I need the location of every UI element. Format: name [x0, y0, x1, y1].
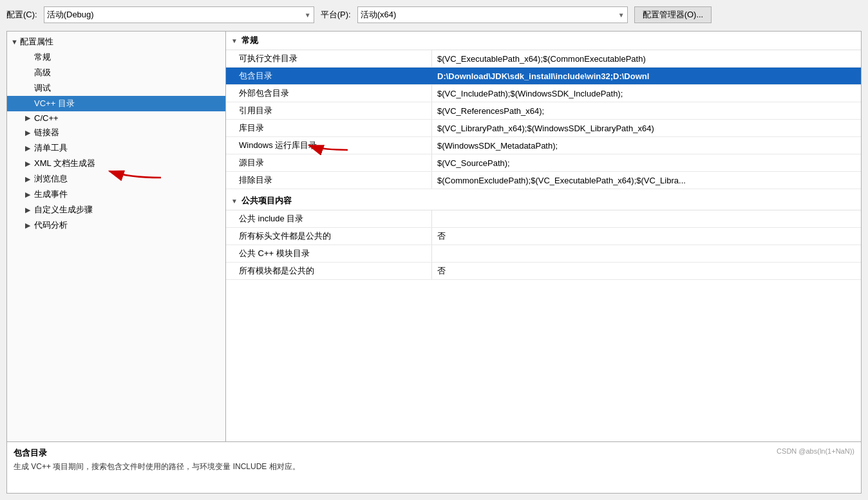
tree-item-cpp[interactable]: ▶ C/C++	[7, 111, 225, 125]
section-general-header[interactable]: ▼ 常规	[226, 32, 861, 50]
platform-label: 平台(P):	[321, 9, 351, 21]
prop-name-include-dirs: 包含目录	[226, 68, 432, 84]
tree-item-label: 清单工具	[34, 142, 68, 154]
prop-value-include-dirs: D:\Download\JDK\sdk_install\include\win3…	[432, 68, 861, 84]
tree-item-label: 生成事件	[34, 189, 68, 200]
prop-row-include-dirs[interactable]: 包含目录 D:\Download\JDK\sdk_install\include…	[226, 68, 861, 85]
platform-value: 活动(x64)	[361, 9, 397, 21]
section-public-header[interactable]: ▼ 公共项目内容	[226, 192, 861, 210]
tree-item-label: VC++ 目录	[34, 98, 75, 109]
platform-select[interactable]: 活动(x64) ▼	[357, 6, 628, 23]
config-label: 配置(C):	[6, 9, 37, 21]
prop-name-executable: 可执行文件目录	[226, 50, 432, 67]
prop-value-public-cpp-module	[432, 245, 861, 262]
prop-name-reference-dirs: 引用目录	[226, 102, 432, 119]
prop-row-external-include[interactable]: 外部包含目录 $(VC_IncludePath);$(WindowsSDK_In…	[226, 85, 861, 102]
tree-item-linker[interactable]: ▶ 链接器	[7, 125, 225, 140]
expand-icon: ▶	[25, 129, 34, 137]
prop-row-library-dirs[interactable]: 库目录 $(VC_LibraryPath_x64);$(WindowsSDK_L…	[226, 120, 861, 137]
section-general-title: 常规	[241, 35, 258, 46]
prop-value-public-include	[432, 210, 861, 227]
prop-name-external-include: 外部包含目录	[226, 85, 432, 102]
prop-name-source-dirs: 源目录	[226, 154, 432, 171]
prop-value-windows-runtime: $(WindowsSDK_MetadataPath);	[432, 137, 861, 154]
tree-item-xml[interactable]: ▶ XML 文档生成器	[7, 156, 225, 171]
watermark-text: CSDN @abs(ln(1+NaN))	[777, 447, 854, 455]
prop-row-reference-dirs[interactable]: 引用目录 $(VC_ReferencesPath_x64);	[226, 102, 861, 120]
toolbar: 配置(C): 活动(Debug) ▼ 平台(P): 活动(x64) ▼ 配置管理…	[6, 6, 862, 23]
tree-item-debug[interactable]: 调试	[7, 80, 225, 96]
prop-value-library-dirs: $(VC_LibraryPath_x64);$(WindowsSDK_Libra…	[432, 120, 861, 136]
expand-icon: ▶	[25, 144, 34, 153]
prop-name-all-modules-public: 所有模块都是公共的	[226, 263, 432, 279]
tree-item-browse[interactable]: ▶ 浏览信息	[7, 171, 225, 187]
tree-item-manifest[interactable]: ▶ 清单工具	[7, 140, 225, 156]
prop-value-external-include: $(VC_IncludePath);$(WindowsSDK_IncludePa…	[432, 85, 861, 102]
section-public-title: 公共项目内容	[241, 195, 292, 207]
tree-item-label: C/C++	[34, 113, 59, 123]
platform-chevron-icon: ▼	[618, 12, 625, 19]
section-public-collapse-icon: ▼	[231, 198, 238, 205]
tree-item-label: 调试	[34, 82, 51, 94]
tree-item-advanced[interactable]: 高级	[7, 65, 225, 80]
tree-root[interactable]: ▼ 配置属性	[7, 34, 225, 50]
expand-icon: ▶	[25, 206, 34, 214]
prop-value-all-headers-public: 否	[432, 228, 861, 245]
tree-item-label: 代码分析	[34, 219, 68, 231]
main-content: ▼ 配置属性 常规 高级 调试	[6, 31, 862, 442]
bottom-panel: CSDN @abs(ln(1+NaN)) 包含目录 生成 VC++ 项目期间，搜…	[6, 442, 862, 494]
tree-item-label: XML 文档生成器	[34, 158, 95, 169]
expand-icon: ▶	[25, 114, 34, 122]
tree-panel: ▼ 配置属性 常规 高级 调试	[7, 32, 226, 441]
prop-row-executable[interactable]: 可执行文件目录 $(VC_ExecutablePath_x64);$(Commo…	[226, 50, 861, 68]
tree-item-label: 链接器	[34, 127, 59, 138]
bottom-panel-description: 生成 VC++ 项目期间，搜索包含文件时使用的路径，与环境变量 INCLUDE …	[14, 461, 854, 472]
prop-value-reference-dirs: $(VC_ReferencesPath_x64);	[432, 102, 861, 119]
prop-name-exclude-dirs: 排除目录	[226, 172, 432, 189]
expand-icon: ▶	[25, 190, 34, 199]
config-chevron-icon: ▼	[305, 12, 311, 19]
config-select[interactable]: 活动(Debug) ▼	[44, 6, 314, 23]
tree-root-label: 配置属性	[20, 36, 53, 48]
tree-item-vc-dirs[interactable]: VC++ 目录	[7, 96, 225, 111]
collapse-icon: ▼	[11, 38, 20, 46]
props-panel: ▼ 常规 可执行文件目录 $(VC_ExecutablePath_x64);$(…	[226, 32, 861, 441]
expand-icon: ▶	[25, 160, 34, 168]
config-manager-button[interactable]: 配置管理器(O)...	[634, 6, 712, 23]
tree-item-build-events[interactable]: ▶ 生成事件	[7, 187, 225, 202]
prop-value-source-dirs: $(VC_SourcePath);	[432, 154, 861, 171]
prop-value-exclude-dirs: $(CommonExcludePath);$(VC_ExecutablePath…	[432, 172, 861, 189]
prop-name-windows-runtime: Windows 运行库目录	[226, 137, 432, 154]
tree-item-general[interactable]: 常规	[7, 50, 225, 65]
prop-row-exclude-dirs[interactable]: 排除目录 $(CommonExcludePath);$(VC_Executabl…	[226, 172, 861, 189]
expand-icon: ▶	[25, 221, 34, 230]
prop-row-all-modules-public[interactable]: 所有模块都是公共的 否	[226, 263, 861, 280]
prop-name-all-headers-public: 所有标头文件都是公共的	[226, 228, 432, 245]
tree-item-label: 常规	[34, 51, 51, 63]
tree-item-code-analysis[interactable]: ▶ 代码分析	[7, 218, 225, 233]
prop-name-public-cpp-module: 公共 C++ 模块目录	[226, 245, 432, 262]
tree-item-label: 浏览信息	[34, 173, 68, 185]
prop-value-executable: $(VC_ExecutablePath_x64);$(CommonExecuta…	[432, 50, 861, 67]
prop-value-all-modules-public: 否	[432, 263, 861, 279]
prop-row-windows-runtime[interactable]: Windows 运行库目录 $(WindowsSDK_MetadataPath)…	[226, 137, 861, 154]
prop-row-all-headers-public[interactable]: 所有标头文件都是公共的 否	[226, 228, 861, 245]
prop-row-public-include[interactable]: 公共 include 目录	[226, 210, 861, 228]
tree-item-custom-build[interactable]: ▶ 自定义生成步骤	[7, 202, 225, 218]
prop-row-source-dirs[interactable]: 源目录 $(VC_SourcePath);	[226, 154, 861, 172]
expand-icon: ▶	[25, 175, 34, 183]
prop-name-public-include: 公共 include 目录	[226, 210, 432, 227]
tree-item-label: 高级	[34, 67, 51, 79]
prop-name-library-dirs: 库目录	[226, 120, 432, 136]
bottom-panel-title: 包含目录	[14, 447, 854, 459]
config-value: 活动(Debug)	[47, 9, 94, 21]
tree-item-label: 自定义生成步骤	[34, 204, 93, 216]
section-collapse-icon: ▼	[231, 37, 238, 44]
prop-row-public-cpp-module[interactable]: 公共 C++ 模块目录	[226, 245, 861, 263]
